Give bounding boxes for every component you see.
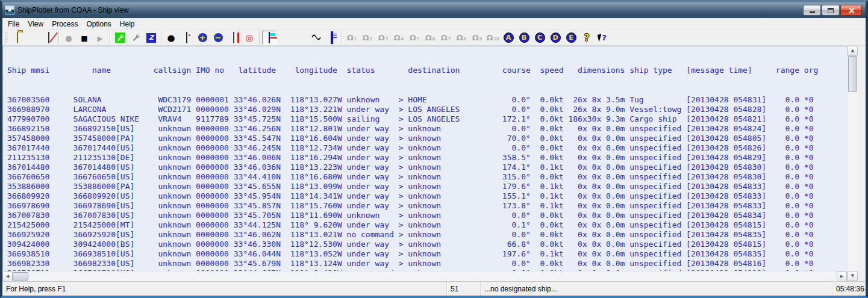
filter-b-button[interactable]: B: [517, 31, 531, 45]
scroll-down-button[interactable]: ▼: [848, 271, 858, 281]
wrench-info-icon: [131, 33, 141, 43]
menu-view[interactable]: View: [23, 19, 48, 29]
cell-range: 0.0: [766, 182, 799, 191]
minimize-button[interactable]: [803, 5, 821, 16]
scroll-right-button[interactable]: ▶: [837, 272, 847, 282]
cell-course: 315.0°: [484, 172, 531, 181]
waveform-icon: [311, 33, 321, 43]
horizontal-scroll-thumb[interactable]: [13, 272, 28, 281]
close-button[interactable]: [840, 5, 862, 16]
ship-row[interactable]: 366978690 366978690[US] unknown 0000000 …: [2, 201, 847, 211]
filter-d-button[interactable]: D: [548, 31, 563, 45]
range-rings-button[interactable]: ◎: [242, 31, 257, 45]
map-window-button[interactable]: [42, 31, 56, 45]
serial-io-button[interactable]: Z: [144, 31, 158, 45]
cell-callsign: unknown: [154, 211, 192, 220]
ship-row[interactable]: 366982330 366982330[US] unknown 0000000 …: [2, 259, 847, 269]
cell-dimensions: 0x 0x 0.0m: [564, 201, 625, 210]
cell-org: *0: [799, 240, 818, 249]
uk-chart-button[interactable]: [226, 31, 241, 45]
filter-c-button[interactable]: C: [532, 31, 547, 45]
ship-row[interactable]: 366925920 366925920[US] unknown 0000000 …: [2, 230, 847, 240]
menu-bar: FileViewProcessOptionsHelp: [2, 18, 866, 30]
menu-options[interactable]: Options: [83, 19, 116, 29]
ship-row[interactable]: 366760650 366760650[US] unknown 0000000 …: [2, 172, 847, 182]
zoom-in-button[interactable]: +: [195, 31, 210, 45]
ship-view-button[interactable]: [262, 31, 276, 45]
setup-button[interactable]: [113, 31, 127, 45]
zoom-out-button[interactable]: −: [211, 31, 225, 45]
ship-row[interactable]: 477990700 SAGACIOUS NIKE VRAV4 9117789 3…: [2, 114, 847, 124]
cell-gt: >: [394, 124, 404, 133]
ship-row[interactable]: 367014480 367014480[US] unknown 0000000 …: [2, 163, 847, 172]
cell-gt: >: [394, 220, 404, 229]
menu-help[interactable]: Help: [116, 19, 139, 29]
cell-course: 70.0°: [484, 134, 531, 143]
ship-row[interactable]: 357458000 357458000[PA] unknown 0000000 …: [2, 134, 847, 143]
filter-a-button[interactable]: A: [501, 31, 516, 45]
menu-file[interactable]: File: [4, 19, 23, 29]
vertical-scroll-track[interactable]: [848, 92, 857, 271]
cell-shiptype: Cargo ship: [625, 114, 681, 123]
cell-callsign: unknown: [154, 163, 192, 172]
filter-e-button[interactable]: E: [564, 31, 578, 45]
about-button[interactable]: ?: [579, 31, 594, 45]
cell-msgtime: [20130428 054833]: [681, 201, 766, 210]
cell-status: under way: [342, 191, 394, 200]
cell-name: 211235130[DE]: [49, 153, 153, 162]
cell-name: 366938510[US]: [49, 249, 153, 258]
open-file-button[interactable]: [10, 31, 25, 45]
signal-view-button[interactable]: [309, 31, 323, 45]
toolbar-grip[interactable]: [5, 32, 8, 44]
ship-row[interactable]: 367003560 SOLANA WDC3179 0000001 33°46.0…: [2, 95, 847, 105]
maximize-button[interactable]: [822, 5, 840, 16]
cell-org: *0: [799, 134, 818, 143]
scroll-left-button[interactable]: ◀: [2, 272, 13, 282]
col-name: name: [49, 66, 111, 75]
cell-msgtime: [20130428 054828]: [681, 105, 766, 114]
message-view-button[interactable]: [325, 31, 339, 45]
cell-shiptype: unspecified: [625, 134, 681, 143]
ship-row[interactable]: 366809920 366809920[US] unknown 0000000 …: [2, 191, 847, 201]
cell-name: 366760650[US]: [49, 172, 153, 181]
ship-row[interactable]: 366938510 366938510[US] unknown 0000000 …: [2, 249, 847, 259]
cell-range: 0.0: [766, 134, 799, 143]
cell-shiptype: unspecified: [625, 211, 681, 220]
ship-row[interactable]: 211235130 211235130[DE] unknown 0000000 …: [2, 153, 847, 163]
stop-button[interactable]: ■: [77, 31, 92, 45]
cell-name: 366982330[US]: [49, 259, 153, 268]
ship-row[interactable]: 367007830 367007830[US] unknown 0000000 …: [2, 211, 847, 220]
chart-button[interactable]: [180, 31, 194, 45]
horizontal-scroll-track[interactable]: [28, 272, 837, 281]
cell-status: no command: [342, 230, 394, 239]
folder-open-icon: [17, 33, 18, 43]
context-help-button[interactable]: ?: [595, 31, 610, 45]
globe-button[interactable]: ●: [164, 31, 178, 45]
cell-shiptype: unspecified: [625, 201, 681, 210]
cell-speed: 0.1kt: [531, 163, 564, 172]
ship-row[interactable]: 366988970 LARCONA WCD2171 0000000 33°46.…: [2, 105, 847, 114]
ship-row[interactable]: 366892150 366892150[US] unknown 0000000 …: [2, 124, 847, 134]
cell-latitude: 33°46.330N: [229, 240, 281, 249]
cell-gt: >: [394, 114, 404, 123]
cell-range: 0.0: [766, 211, 799, 220]
arrow-up-icon: ▲: [851, 49, 854, 53]
col-status: status: [337, 66, 375, 75]
cell-msgtime: [20130428 054830]: [681, 172, 766, 181]
horizontal-scrollbar[interactable]: ◀ ▶: [2, 271, 847, 281]
ship-row[interactable]: 309424000 309424000[BS] unknown 0000000 …: [2, 240, 847, 249]
ship-row[interactable]: 353886000 353886000[PA] unknown 0000000 …: [2, 182, 847, 191]
menu-process[interactable]: Process: [48, 19, 82, 29]
vertical-scrollbar[interactable]: ▲ ▼: [847, 46, 857, 281]
list-view-button[interactable]: [278, 31, 292, 45]
cell-mmsi: 367017440: [7, 143, 49, 152]
ship-row[interactable]: 215425000 215425000[MT] unknown 0000000 …: [2, 220, 847, 230]
cell-destination: unknown: [403, 220, 483, 229]
ship-row[interactable]: 367017440 367017440[US] unknown 0000000 …: [2, 143, 847, 153]
cell-dimensions: 0x 0x 0.0m: [564, 172, 625, 181]
vertical-scroll-thumb[interactable]: [848, 56, 857, 92]
cell-gt: >: [394, 134, 404, 143]
cell-range: 0.0: [766, 172, 799, 181]
scroll-up-button[interactable]: ▲: [848, 46, 858, 56]
cell-org: *0: [799, 114, 818, 123]
